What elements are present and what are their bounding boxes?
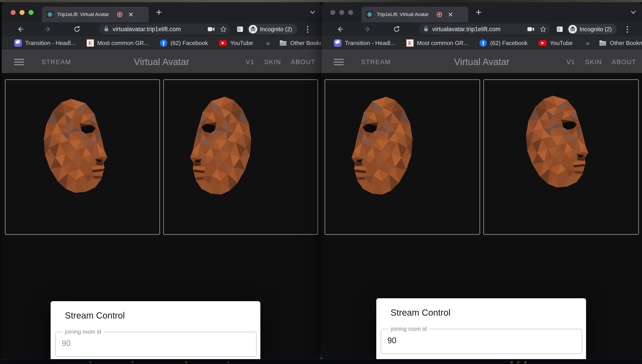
reload-icon[interactable] [73,26,81,33]
bookmark-item[interactable]: YouTube [219,40,253,46]
bookmark-item[interactable]: Transition - Headl... [14,39,76,47]
joining-room-id-input[interactable]: joining room id 90 [381,329,582,354]
bookmarks-overflow-chevron[interactable]: » [584,39,591,47]
window-traffic-lights [11,10,34,15]
stream-control-dialog: Stream Control joining room id 90 CREATE… [51,301,260,359]
browser-menu-kebab-icon[interactable] [626,26,629,34]
bookmark-item[interactable]: YouTube [539,40,573,46]
input-label: joining room id [63,328,104,335]
bookmarks-overflow-chevron[interactable]: » [264,39,272,47]
minimize-window-button[interactable] [20,10,25,15]
page-content: STREAM Virtual Avatar V1 SKIN ABOUT Stre… [321,50,642,359]
incognito-badge[interactable]: Incognito (2) [567,24,617,34]
incognito-badge[interactable]: Incognito (2) [247,24,297,34]
incognito-count-label: Incognito (2) [579,26,612,33]
tab-title: Trip1eLift: Virtual Avatar [377,12,429,18]
transition-icon [334,39,342,47]
url-text: virtualavatar.trip1elift.com [432,26,500,33]
camera-icon[interactable] [208,26,215,32]
browser-window-right: Trip1eLift: Virtual Avatar [321,2,642,359]
close-window-button[interactable] [330,10,335,15]
recording-indicator-icon [117,12,122,17]
forward-icon[interactable] [44,26,52,33]
other-bookmarks-button[interactable]: Other Bookmarks [279,40,321,46]
stream-control-dialog: Stream Control joining room id 90 CREATE… [376,298,586,359]
new-tab-button[interactable] [475,9,482,16]
joining-room-id-input[interactable]: joining room id 90 [55,332,257,357]
bookmarks-bar: Transition - Headl... E Most common GR..… [321,36,642,50]
nav-skin-link[interactable]: SKIN [585,58,602,66]
bookmark-item[interactable]: Transition - Headl... [334,39,395,47]
input-label: joining room id [388,326,429,332]
new-tab-button[interactable] [156,9,162,16]
desktop-dock-edge [0,359,642,364]
minimize-window-button[interactable] [339,10,344,15]
nav-v1-link[interactable]: V1 [566,58,575,66]
browser-tab[interactable]: Trip1eLift: Virtual Avatar [42,7,149,22]
avatar-panels [321,73,642,235]
browser-tab[interactable]: Trip1eLift: Virtual Avatar [362,7,468,22]
tab-strip: Trip1eLift: Virtual Avatar [2,2,321,22]
avatar-face-mesh [521,93,589,188]
nav-about-link[interactable]: ABOUT [291,58,315,66]
bookmark-item[interactable]: E Most common GR... [87,40,149,46]
reload-icon[interactable] [393,26,400,33]
remote-avatar-canvas[interactable] [483,79,639,235]
avatar-face-mesh [351,94,417,195]
bookmarks-bar: Transition - Headl... E Most common GR..… [2,36,321,50]
folder-icon [599,40,606,46]
page-content: STREAM Virtual Avatar V1 SKIN ABOUT Stre… [2,50,321,359]
address-bar[interactable]: virtualavatar.trip1elift.com [99,24,230,34]
bookmark-item[interactable]: E Most common GR... [406,40,468,46]
incognito-icon [249,25,257,34]
browser-menu-kebab-icon[interactable] [306,26,309,34]
lock-icon [104,26,109,33]
nav-about-link[interactable]: ABOUT [612,58,636,66]
browser-window-left: Trip1eLift: Virtual Avatar [2,2,321,359]
zoom-window-button[interactable] [348,10,353,15]
remote-avatar-canvas[interactable] [163,79,318,235]
nav-v1-link[interactable]: V1 [246,58,254,66]
avatar-face-mesh [190,94,256,195]
transition-icon [14,39,22,47]
tab-close-icon[interactable] [128,12,134,17]
app-navbar: STREAM Virtual Avatar V1 SKIN ABOUT [321,50,642,73]
bookmark-star-icon[interactable] [220,26,227,32]
tab-search-chevron-icon[interactable] [309,10,316,15]
bookmark-star-icon[interactable] [540,26,546,32]
desktop: Trip1eLift: Virtual Avatar [0,0,642,364]
e-favicon-icon: E [406,40,413,46]
tab-close-icon[interactable] [448,12,453,17]
nav-skin-link[interactable]: SKIN [264,58,281,66]
forward-icon[interactable] [364,26,371,33]
tab-strip: Trip1eLift: Virtual Avatar [321,2,642,22]
other-bookmarks-button[interactable]: Other Bookmarks [599,40,642,46]
side-panel-icon[interactable] [237,26,244,33]
window-traffic-lights [330,10,353,15]
url-text: virtualavatar.trip1elift.com [113,26,181,33]
facebook-icon: f [160,40,167,47]
app-navbar: STREAM Virtual Avatar V1 SKIN ABOUT [2,50,321,73]
browser-toolbar: virtualavatar.trip1elift.com Incognito (… [2,22,321,36]
bookmark-item[interactable]: f (62) Facebook [479,40,528,47]
back-icon[interactable] [17,26,24,33]
local-avatar-canvas[interactable] [325,79,480,235]
local-avatar-canvas[interactable] [5,79,160,235]
tab-search-chevron-icon[interactable] [630,10,637,15]
camera-icon[interactable] [527,26,534,32]
folder-icon [279,40,287,46]
incognito-count-label: Incognito (2) [260,26,292,33]
side-panel-icon[interactable] [556,26,563,33]
zoom-window-button[interactable] [29,10,34,15]
address-bar[interactable]: virtualavatar.trip1elift.com [419,24,550,34]
browser-toolbar: virtualavatar.trip1elift.com Incognito (… [321,22,642,36]
back-icon[interactable] [336,26,344,33]
facebook-icon: f [479,40,487,47]
dialog-title: Stream Control [391,308,450,318]
tab-title: Trip1eLift: Virtual Avatar [57,12,109,18]
avatar-face-mesh [39,96,108,194]
close-window-button[interactable] [11,10,16,15]
lock-icon [423,26,429,33]
dialog-title: Stream Control [65,310,125,320]
bookmark-item[interactable]: f (62) Facebook [160,40,208,47]
